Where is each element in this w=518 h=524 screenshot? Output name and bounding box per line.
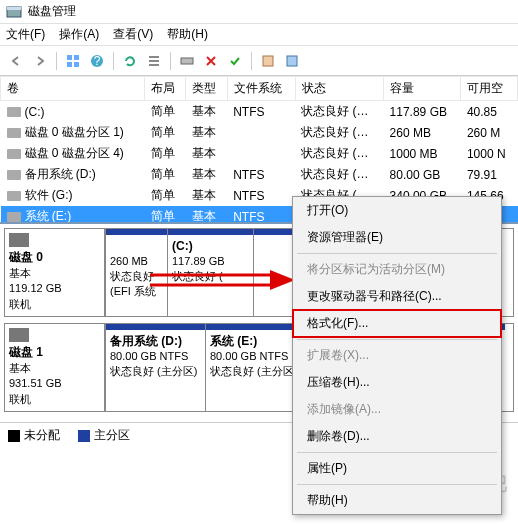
action1-icon[interactable] [258, 51, 278, 71]
grid-icon[interactable] [63, 51, 83, 71]
table-row[interactable]: 磁盘 0 磁盘分区 4)简单基本状态良好 (…1000 MB1000 N [1, 143, 518, 164]
back-icon[interactable] [6, 51, 26, 71]
disk-header[interactable]: 磁盘 0基本119.12 GB联机 [5, 229, 105, 316]
ctx-shrink[interactable]: 压缩卷(H)... [293, 369, 501, 396]
ctx-separator [297, 339, 497, 340]
svg-text:?: ? [94, 54, 101, 68]
svg-rect-12 [263, 56, 273, 66]
app-icon [6, 4, 22, 20]
title-bar: 磁盘管理 [0, 0, 518, 24]
list-icon[interactable] [144, 51, 164, 71]
forward-icon[interactable] [30, 51, 50, 71]
help-toolbar-icon[interactable]: ? [87, 51, 107, 71]
svg-rect-3 [74, 55, 79, 60]
table-header-row: 卷 布局 类型 文件系统 状态 容量 可用空 [1, 77, 518, 101]
context-menu: 打开(O) 资源管理器(E) 将分区标记为活动分区(M) 更改驱动器号和路径(C… [292, 196, 502, 515]
svg-rect-9 [149, 60, 159, 62]
col-capacity[interactable]: 容量 [384, 77, 461, 101]
svg-rect-10 [149, 64, 159, 66]
toolbar-separator [113, 52, 114, 70]
ctx-mirror: 添加镜像(A)... [293, 396, 501, 423]
window-title: 磁盘管理 [28, 3, 76, 20]
ctx-separator [297, 484, 497, 485]
toolbar-separator [56, 52, 57, 70]
ctx-help[interactable]: 帮助(H) [293, 487, 501, 514]
toolbar-separator [251, 52, 252, 70]
partition[interactable]: 系统 (E:)80.00 GB NTFS状态良好 (主分区) [205, 324, 305, 411]
col-type[interactable]: 类型 [186, 77, 227, 101]
check-icon[interactable] [225, 51, 245, 71]
ctx-delete[interactable]: 删除卷(D)... [293, 423, 501, 450]
svg-rect-5 [74, 62, 79, 67]
svg-rect-1 [7, 7, 21, 10]
disk-toolbar-icon[interactable] [177, 51, 197, 71]
ctx-separator [297, 452, 497, 453]
ctx-mark-active: 将分区标记为活动分区(M) [293, 256, 501, 283]
col-status[interactable]: 状态 [295, 77, 383, 101]
col-volume[interactable]: 卷 [1, 77, 145, 101]
annotation-arrow-icon [150, 270, 300, 300]
menu-bar: 文件(F) 操作(A) 查看(V) 帮助(H) [0, 24, 518, 46]
partition[interactable]: 备用系统 (D:)80.00 GB NTFS状态良好 (主分区) [105, 324, 205, 411]
toolbar: ? [0, 46, 518, 76]
col-fs[interactable]: 文件系统 [227, 77, 295, 101]
menu-action[interactable]: 操作(A) [59, 26, 99, 43]
ctx-separator [297, 253, 497, 254]
svg-rect-4 [67, 62, 72, 67]
menu-file[interactable]: 文件(F) [6, 26, 45, 43]
menu-view[interactable]: 查看(V) [113, 26, 153, 43]
delete-icon[interactable] [201, 51, 221, 71]
col-layout[interactable]: 布局 [145, 77, 186, 101]
disk-header[interactable]: 磁盘 1基本931.51 GB联机 [5, 324, 105, 411]
legend-unallocated: 未分配 [8, 427, 60, 444]
toolbar-separator [170, 52, 171, 70]
ctx-change-letter[interactable]: 更改驱动器号和路径(C)... [293, 283, 501, 310]
ctx-extend: 扩展卷(X)... [293, 342, 501, 369]
table-row[interactable]: 备用系统 (D:)简单基本NTFS状态良好 (…80.00 GB79.91 [1, 164, 518, 185]
col-free[interactable]: 可用空 [461, 77, 518, 101]
table-row[interactable]: (C:)简单基本NTFS状态良好 (…117.89 GB40.85 [1, 101, 518, 123]
action2-icon[interactable] [282, 51, 302, 71]
ctx-open[interactable]: 打开(O) [293, 197, 501, 224]
svg-rect-13 [287, 56, 297, 66]
menu-help[interactable]: 帮助(H) [167, 26, 208, 43]
svg-rect-11 [181, 58, 193, 64]
table-row[interactable]: 磁盘 0 磁盘分区 1)简单基本状态良好 (…260 MB260 M [1, 122, 518, 143]
refresh-icon[interactable] [120, 51, 140, 71]
ctx-explorer[interactable]: 资源管理器(E) [293, 224, 501, 251]
ctx-format[interactable]: 格式化(F)... [293, 310, 501, 337]
svg-rect-8 [149, 56, 159, 58]
ctx-properties[interactable]: 属性(P) [293, 455, 501, 482]
legend-primary: 主分区 [78, 427, 130, 444]
svg-rect-2 [67, 55, 72, 60]
